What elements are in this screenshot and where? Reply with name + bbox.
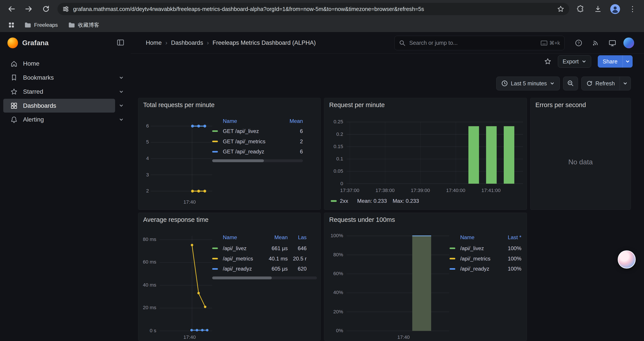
plot-canvas[interactable] bbox=[346, 119, 523, 187]
browser-menu-icon[interactable]: ⋮ bbox=[627, 3, 638, 15]
search-bar[interactable]: ⌘+k bbox=[394, 36, 565, 50]
monitor-icon[interactable] bbox=[606, 37, 618, 49]
breadcrumb-home[interactable]: Home bbox=[146, 39, 162, 46]
export-button[interactable]: Export bbox=[558, 55, 591, 68]
search-icon bbox=[399, 40, 406, 46]
share-button[interactable]: Share bbox=[598, 55, 632, 68]
url-bar[interactable] bbox=[58, 3, 569, 15]
legend-scrollbar[interactable] bbox=[212, 159, 303, 162]
series-name[interactable]: GET /api/_metrics bbox=[223, 138, 284, 145]
url-input[interactable] bbox=[73, 6, 553, 12]
legend-header-mean[interactable]: Mean bbox=[262, 234, 288, 240]
chevron-down-icon[interactable] bbox=[115, 75, 127, 80]
plot-canvas[interactable] bbox=[346, 233, 449, 334]
panel-average-response-time: Average response time 80 ms 60 ms 40 ms … bbox=[138, 213, 321, 341]
time-range-picker[interactable]: Last 5 minutes bbox=[496, 77, 560, 91]
panel-title[interactable]: Request per minute bbox=[329, 101, 385, 109]
browser-toolbar: ⋮ bbox=[0, 0, 644, 18]
home-icon bbox=[10, 60, 18, 68]
y-tick-label: 6 bbox=[138, 123, 149, 129]
y-tick-label: 40% bbox=[324, 290, 343, 295]
scrollbar-thumb[interactable] bbox=[212, 276, 272, 279]
series-name[interactable]: /api/_readyz bbox=[460, 266, 499, 272]
apps-grid-icon[interactable] bbox=[6, 19, 17, 31]
panel-title[interactable]: Requests under 100ms bbox=[329, 216, 395, 223]
favorite-star-icon[interactable] bbox=[544, 58, 552, 65]
sidebar-item-home[interactable]: Home bbox=[3, 57, 115, 71]
series-name[interactable]: /api/_livez bbox=[223, 245, 262, 251]
site-settings-icon[interactable] bbox=[62, 6, 69, 12]
y-tick-label: 20 ms bbox=[138, 305, 156, 310]
legend-header-mean[interactable]: Mean bbox=[284, 118, 303, 124]
back-icon[interactable] bbox=[6, 3, 17, 15]
legend-header-last[interactable]: Last * bbox=[499, 234, 522, 240]
legend-header-name[interactable]: Name bbox=[460, 234, 499, 240]
extensions-icon[interactable] bbox=[575, 3, 586, 15]
chevron-down-icon[interactable] bbox=[115, 117, 127, 122]
panel-title[interactable]: Average response time bbox=[143, 216, 208, 223]
series-name[interactable]: /api/_livez bbox=[460, 245, 499, 251]
svg-text:?: ? bbox=[578, 41, 580, 45]
refresh-button[interactable]: Refresh bbox=[582, 77, 620, 90]
panel-legend: Name Mean GET /api/_livez 6 GET /api/_me… bbox=[212, 116, 317, 162]
series-swatch bbox=[331, 200, 336, 202]
legend-header-name[interactable]: Name bbox=[223, 234, 262, 240]
sidebar-collapse-icon[interactable] bbox=[116, 39, 124, 47]
legend-row: GET /api/_metrics 2 bbox=[212, 136, 303, 147]
refresh-button-group: Refresh bbox=[581, 77, 631, 91]
zoom-out-button[interactable] bbox=[563, 77, 578, 91]
download-icon[interactable] bbox=[592, 3, 604, 15]
panel-title[interactable]: Total requests per minute bbox=[143, 101, 214, 109]
chevron-down-icon[interactable] bbox=[115, 103, 127, 108]
bookmark-folder-freeleaps[interactable]: Freeleaps bbox=[21, 21, 61, 30]
bookmark-star-icon[interactable] bbox=[557, 5, 564, 13]
sidebar-item-alerting[interactable]: Alerting bbox=[3, 113, 115, 127]
bell-icon bbox=[10, 116, 18, 123]
share-menu-chevron[interactable] bbox=[622, 55, 632, 68]
bookmark-folder-blogs[interactable]: 收藏博客 bbox=[65, 21, 102, 30]
series-name[interactable]: GET /api/_readyz bbox=[223, 149, 284, 155]
y-tick-label: 0% bbox=[324, 328, 343, 333]
panel-title[interactable]: Errors per second bbox=[535, 101, 586, 109]
bookmarks-bar: Freeleaps 收藏博客 bbox=[0, 18, 644, 32]
y-tick-label: 4 bbox=[138, 156, 149, 161]
search-input[interactable] bbox=[409, 40, 537, 46]
legend-row: GET /api/_livez 6 bbox=[212, 126, 303, 136]
legend-scrollbar[interactable] bbox=[212, 276, 317, 279]
chevron-down-icon[interactable] bbox=[115, 89, 127, 94]
x-tick-label: 17:40 bbox=[391, 334, 416, 340]
header-icons: ? bbox=[573, 32, 634, 54]
news-rss-icon[interactable] bbox=[590, 37, 601, 49]
time-controls: Last 5 minutes Refresh bbox=[496, 77, 631, 91]
forward-icon[interactable] bbox=[23, 3, 34, 15]
help-icon[interactable]: ? bbox=[573, 37, 584, 49]
series-mean: 6 bbox=[284, 128, 303, 134]
plot-canvas[interactable] bbox=[160, 236, 212, 335]
scrollbar-thumb[interactable] bbox=[212, 159, 264, 162]
sidebar-item-bookmarks[interactable]: Bookmarks bbox=[3, 71, 115, 85]
series-name[interactable]: 2xx bbox=[340, 198, 348, 204]
series-swatch bbox=[212, 141, 218, 142]
breadcrumb: Home › Dashboards › Freeleaps Metrics Da… bbox=[146, 39, 316, 46]
floating-assistant-avatar[interactable] bbox=[618, 250, 636, 268]
series-name[interactable]: GET /api/_livez bbox=[223, 128, 284, 134]
profile-avatar-icon[interactable] bbox=[610, 3, 621, 15]
breadcrumb-separator: › bbox=[207, 39, 209, 46]
sidebar-item-starred[interactable]: Starred bbox=[3, 85, 115, 99]
legend-header-last[interactable]: Las bbox=[288, 234, 307, 240]
legend-header-name[interactable]: Name bbox=[223, 118, 284, 124]
refresh-interval-chevron[interactable] bbox=[620, 77, 631, 90]
series-name[interactable]: /api/_metrics bbox=[223, 256, 262, 262]
y-tick-label: 0.1 bbox=[324, 156, 343, 162]
series-name[interactable]: /api/_readyz bbox=[223, 266, 262, 272]
plot-canvas[interactable] bbox=[150, 122, 212, 195]
breadcrumb-dashboards[interactable]: Dashboards bbox=[171, 39, 203, 46]
sidebar-item-dashboards[interactable]: Dashboards bbox=[3, 99, 115, 113]
time-range-label: Last 5 minutes bbox=[511, 80, 547, 87]
series-name[interactable]: /api/_metrics bbox=[460, 256, 499, 262]
user-avatar[interactable] bbox=[624, 38, 634, 48]
y-tick-label: 0.25 bbox=[324, 119, 343, 125]
refresh-icon bbox=[586, 80, 592, 87]
grafana-logo-icon[interactable] bbox=[8, 38, 18, 48]
reload-icon[interactable] bbox=[40, 3, 52, 15]
